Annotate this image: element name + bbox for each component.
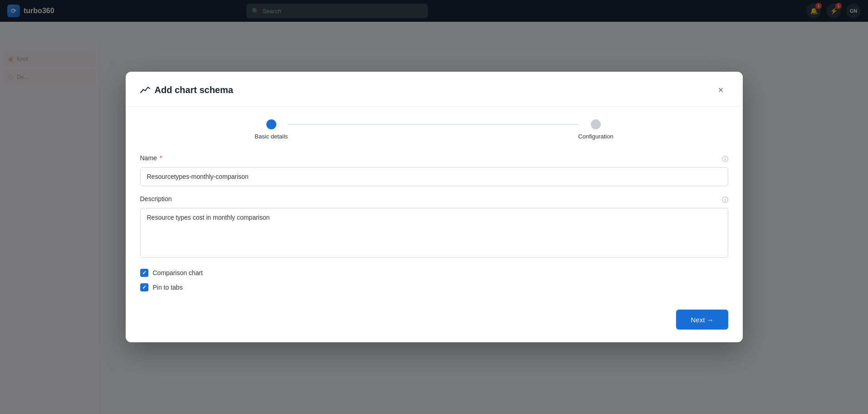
stepper-step1: Basic details bbox=[255, 119, 288, 140]
name-label-text: Name bbox=[140, 154, 157, 162]
name-label-row: Name* ⓘ bbox=[140, 154, 728, 164]
step2-label: Configuration bbox=[578, 133, 613, 140]
modal-title-text: Add chart schema bbox=[155, 85, 233, 95]
pin-to-tabs-checkbox[interactable]: Pin to tabs bbox=[140, 283, 728, 291]
description-field-group: Description ⓘ Resource types cost in mon… bbox=[140, 195, 728, 260]
description-label-row: Description ⓘ bbox=[140, 195, 728, 205]
modal-header: Add chart schema × bbox=[126, 72, 743, 107]
chart-schema-icon bbox=[140, 85, 150, 95]
modal-close-button[interactable]: × bbox=[714, 83, 728, 97]
modal: Add chart schema × Basic details Configu… bbox=[126, 72, 743, 342]
pin-to-tabs-label: Pin to tabs bbox=[153, 284, 183, 291]
stepper-connector bbox=[288, 124, 578, 125]
stepper-step2: Configuration bbox=[578, 119, 613, 140]
required-star: * bbox=[160, 154, 162, 162]
step1-dot bbox=[266, 119, 276, 129]
modal-footer: Next → bbox=[126, 302, 743, 342]
name-info-icon[interactable]: ⓘ bbox=[722, 155, 728, 163]
comparison-chart-checkbox[interactable]: Comparison chart bbox=[140, 269, 728, 277]
comparison-chart-check-icon bbox=[140, 269, 148, 277]
name-label: Name* bbox=[140, 154, 162, 162]
modal-title: Add chart schema bbox=[140, 85, 233, 95]
description-textarea[interactable]: Resource types cost in monthly compariso… bbox=[140, 208, 728, 258]
modal-overlay: Add chart schema × Basic details Configu… bbox=[0, 0, 868, 414]
name-input[interactable] bbox=[140, 167, 728, 186]
checkbox-group: Comparison chart Pin to tabs bbox=[140, 269, 728, 291]
step1-label: Basic details bbox=[255, 133, 288, 140]
name-field-group: Name* ⓘ bbox=[140, 154, 728, 186]
step2-dot bbox=[591, 119, 601, 129]
description-label: Description bbox=[140, 195, 172, 202]
modal-body: Name* ⓘ Description ⓘ Resource types cos… bbox=[126, 151, 743, 302]
description-info-icon[interactable]: ⓘ bbox=[722, 196, 728, 204]
comparison-chart-label: Comparison chart bbox=[153, 269, 203, 276]
next-button[interactable]: Next → bbox=[676, 310, 728, 330]
description-label-text: Description bbox=[140, 195, 172, 202]
pin-to-tabs-check-icon bbox=[140, 283, 148, 291]
next-button-label: Next → bbox=[691, 316, 713, 324]
stepper: Basic details Configuration bbox=[126, 107, 743, 151]
